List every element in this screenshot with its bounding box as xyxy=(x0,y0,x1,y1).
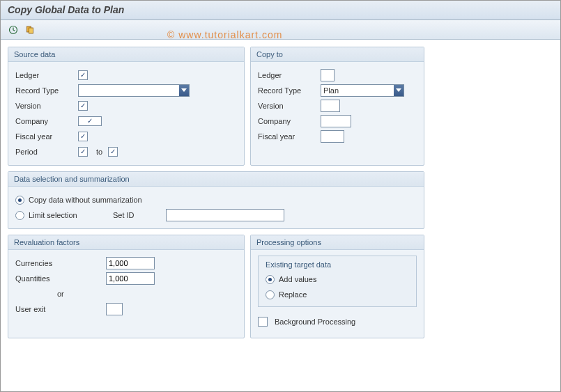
radio-dot-icon xyxy=(18,198,22,202)
chevron-down-icon xyxy=(181,88,187,93)
copy-company-input[interactable] xyxy=(321,115,351,127)
source-fiscal-year-field[interactable]: ✓ xyxy=(78,132,88,141)
background-processing-label: Background Processing xyxy=(275,317,355,326)
source-period-from-field[interactable]: ✓ xyxy=(78,147,88,157)
limit-selection-radio[interactable] xyxy=(15,211,24,220)
background-processing-checkbox[interactable] xyxy=(258,317,268,327)
source-company-field[interactable]: ✓ xyxy=(78,116,102,126)
set-id-label: Set ID xyxy=(113,211,162,219)
copy-version-label: Version xyxy=(258,102,321,110)
clock-execute-icon xyxy=(8,25,18,35)
row-source-copy: Source data Ledger ✓ Record Type Version… xyxy=(8,47,553,166)
revaluation-group: Revaluation factors Currencies Quantitie… xyxy=(8,235,245,338)
source-period-to-field[interactable]: ✓ xyxy=(108,147,118,157)
source-group-title: Source data xyxy=(8,47,244,62)
execute-button[interactable] xyxy=(6,23,20,37)
source-record-type-label: Record Type xyxy=(15,86,78,95)
revaluation-title: Revaluation factors xyxy=(8,235,244,250)
quantities-label: Quantities xyxy=(15,274,106,283)
content-area: Source data Ledger ✓ Record Type Version… xyxy=(1,40,560,345)
source-data-group: Source data Ledger ✓ Record Type Version… xyxy=(8,47,245,166)
copy-fiscal-year-label: Fiscal year xyxy=(258,132,321,141)
copy-without-summarization-label: Copy data without summarization xyxy=(29,196,142,204)
existing-target-frame: Existing target data Add values Replace xyxy=(258,256,417,307)
source-period-label: Period xyxy=(15,148,78,156)
data-selection-group: Data selection and summarization Copy da… xyxy=(8,171,424,229)
replace-radio[interactable] xyxy=(266,290,275,299)
dropdown-button xyxy=(394,85,404,96)
dropdown-button xyxy=(179,85,189,96)
replace-label: Replace xyxy=(279,290,307,299)
copy-button[interactable] xyxy=(23,23,37,37)
source-version-field[interactable]: ✓ xyxy=(78,101,88,111)
checkmark-icon: ✓ xyxy=(80,72,86,79)
toolbar xyxy=(1,20,560,40)
source-ledger-label: Ledger xyxy=(15,71,78,79)
title-bar: Copy Global Data to Plan xyxy=(1,1,560,20)
limit-selection-label: Limit selection xyxy=(29,211,109,219)
user-exit-input[interactable] xyxy=(106,303,123,315)
data-selection-title: Data selection and summarization xyxy=(8,172,424,187)
period-to-label: to xyxy=(96,148,102,156)
radio-dot-icon xyxy=(268,278,272,281)
source-record-type-select[interactable] xyxy=(78,84,190,97)
existing-target-title: Existing target data xyxy=(266,260,409,269)
source-ledger-field[interactable]: ✓ xyxy=(78,70,88,80)
copy-record-type-value: Plan xyxy=(323,86,339,95)
copy-without-summarization-radio[interactable] xyxy=(15,196,24,205)
copy-company-label: Company xyxy=(258,117,321,125)
copy-ledger-label: Ledger xyxy=(258,71,321,79)
source-fiscal-year-label: Fiscal year xyxy=(15,132,78,141)
row-reval-proc: Revaluation factors Currencies Quantitie… xyxy=(8,235,553,338)
checkmark-icon: ✓ xyxy=(80,102,86,109)
window-title: Copy Global Data to Plan xyxy=(8,4,124,15)
checkmark-icon: ✓ xyxy=(110,148,116,155)
currencies-input[interactable] xyxy=(106,257,155,269)
chevron-down-icon xyxy=(396,88,401,93)
or-label: or xyxy=(57,290,64,298)
copy-icon xyxy=(25,25,35,35)
currencies-label: Currencies xyxy=(15,259,106,267)
copy-version-input[interactable] xyxy=(321,100,340,112)
copy-record-type-select[interactable]: Plan xyxy=(321,84,404,97)
processing-options-group: Processing options Existing target data … xyxy=(250,235,424,338)
add-values-radio[interactable] xyxy=(266,275,275,284)
user-exit-label: User exit xyxy=(15,305,106,313)
source-company-label: Company xyxy=(15,117,78,125)
copy-to-group: Copy to Ledger Record Type Plan Version xyxy=(250,47,424,166)
checkmark-icon: ✓ xyxy=(80,148,86,155)
copy-fiscal-year-input[interactable] xyxy=(321,130,344,143)
add-values-label: Add values xyxy=(279,275,316,283)
copy-to-title: Copy to xyxy=(251,47,424,62)
set-id-input[interactable] xyxy=(166,209,284,221)
copy-ledger-input[interactable] xyxy=(321,69,335,81)
source-version-label: Version xyxy=(15,102,78,110)
svg-rect-2 xyxy=(29,28,33,33)
copy-record-type-label: Record Type xyxy=(258,86,321,95)
checkmark-icon: ✓ xyxy=(80,133,86,140)
processing-options-title: Processing options xyxy=(251,235,424,250)
checkmark-icon: ✓ xyxy=(87,118,93,125)
quantities-input[interactable] xyxy=(106,272,155,285)
